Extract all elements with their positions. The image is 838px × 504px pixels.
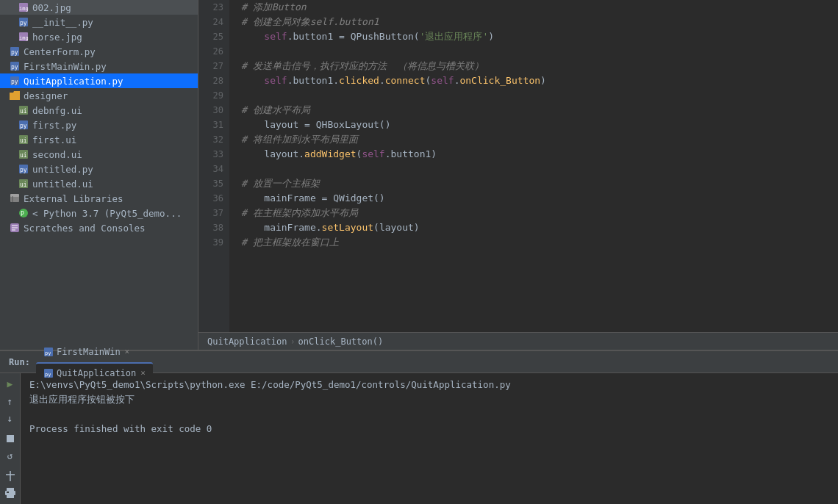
tree-item-label: first.py	[32, 120, 195, 131]
tree-item-untitledpy[interactable]: pyuntitled.py	[0, 162, 198, 176]
tree-item-extlibs[interactable]: External Libraries	[0, 191, 198, 206]
tree-item-002jpg[interactable]: img002.jpg	[0, 0, 198, 15]
tree-item-horsejpg[interactable]: imghorse.jpg	[0, 29, 198, 44]
svg-text:ui: ui	[20, 181, 27, 188]
code-line-25: self.button1 = QPushButton('退出应用程序')	[241, 29, 838, 44]
svg-text:py: py	[20, 167, 27, 173]
scratches-icon	[9, 222, 21, 234]
svg-text:py: py	[11, 79, 18, 85]
run-up-button[interactable]: ↑	[2, 393, 18, 408]
svg-text:ui: ui	[20, 137, 27, 144]
tree-item-label: External Libraries	[24, 193, 195, 204]
ui-icon: ui	[18, 148, 29, 160]
run-play-button[interactable]: ▶	[2, 376, 18, 392]
line-number-24: 24	[204, 15, 223, 29]
tab-label: FirstMainWin	[57, 347, 121, 357]
tree-item-label: FirstMainWin.py	[24, 61, 195, 72]
run-sidebar: ▶ ↑ ↓ ↺	[0, 373, 21, 504]
extlib-icon	[9, 192, 21, 204]
run-rerun-button[interactable]: ↺	[2, 448, 18, 464]
tree-item-label: debnfg.ui	[32, 105, 195, 116]
svg-text:py: py	[11, 49, 18, 56]
svg-rect-43	[7, 492, 9, 493]
tree-item-firstui[interactable]: uifirst.ui	[0, 132, 198, 147]
file-tree: img002.jpgpy__init__.pyimghorse.jpgpyCen…	[0, 0, 198, 350]
jpg-icon: img	[18, 1, 29, 13]
svg-rect-42	[7, 495, 14, 498]
tree-item-untitledui[interactable]: uiuntitled.ui	[0, 176, 198, 191]
tree-item-designer[interactable]: designer	[0, 88, 198, 103]
tree-item-label: QuitApplication.py	[24, 76, 195, 87]
tree-item-python37[interactable]: P< Python 3.7 (PyQt5_demo...	[0, 206, 198, 220]
py-icon: py	[9, 75, 21, 87]
run-panel: Run: pyFirstMainWin×pyQuitApplication× ▶…	[0, 350, 838, 504]
svg-text:ui: ui	[20, 152, 27, 159]
run-label: Run:	[3, 357, 36, 367]
tab-close[interactable]: ×	[125, 347, 130, 356]
tree-item-debnfgui[interactable]: uidebnfg.ui	[0, 103, 198, 118]
py-icon: py	[18, 119, 29, 131]
tree-item-label: Scratches and Consoles	[24, 223, 195, 234]
tree-item-firstmainwin[interactable]: pyFirstMainWin.py	[0, 59, 198, 73]
tree-item-label: untitled.py	[32, 164, 195, 175]
svg-rect-40	[7, 488, 14, 491]
code-line-23: # 添加Button	[241, 0, 838, 15]
svg-text:py: py	[20, 20, 27, 26]
tree-item-init_py[interactable]: py__init__.py	[0, 15, 198, 29]
svg-text:py: py	[11, 64, 18, 71]
run-cmd-line: E:\venvs\PyQt5_demo1\Scripts\python.exe …	[29, 378, 829, 392]
python-icon: P	[18, 207, 29, 219]
svg-text:img: img	[19, 6, 29, 12]
tree-item-label: untitled.ui	[32, 179, 195, 190]
ui-icon: ui	[18, 178, 29, 190]
code-line-36: mainFrame = QWidget()	[241, 191, 838, 206]
tree-item-label: first.ui	[32, 134, 195, 145]
line-number-38: 38	[204, 220, 223, 235]
run-pin-button[interactable]	[2, 468, 18, 483]
code-editor[interactable]: # 添加Button# 创建全局对象self.button1 self.butt…	[229, 0, 838, 332]
svg-text:py: py	[45, 350, 51, 356]
code-line-39: # 把主框架放在窗口上	[241, 235, 838, 250]
jpg-icon: img	[18, 31, 29, 43]
tree-item-secondui[interactable]: uisecond.ui	[0, 147, 198, 162]
tree-item-label: CenterForm.py	[24, 46, 195, 57]
run-tab-firstmainwin[interactable]: pyFirstMainWin×	[36, 342, 153, 362]
line-number-26: 26	[204, 44, 223, 59]
svg-text:P: P	[21, 211, 24, 217]
editor-area: 2324252627282930313233343536373839 # 添加B…	[198, 0, 838, 350]
code-line-26	[241, 44, 838, 59]
line-number-32: 32	[204, 132, 223, 147]
line-number-39: 39	[204, 235, 223, 250]
line-number-35: 35	[204, 176, 223, 191]
run-print-button[interactable]	[2, 486, 18, 501]
py-icon: py	[9, 46, 21, 57]
line-number-34: 34	[204, 162, 223, 176]
run-output: E:\venvs\PyQt5_demo1\Scripts\python.exe …	[21, 373, 838, 504]
line-number-36: 36	[204, 191, 223, 206]
tab-py-icon: py	[43, 347, 54, 357]
line-number-31: 31	[204, 118, 223, 132]
run-stop-button[interactable]	[2, 431, 18, 446]
code-line-34	[241, 162, 838, 176]
svg-text:ui: ui	[20, 108, 27, 115]
ui-icon: ui	[18, 104, 29, 116]
run-output-line2	[29, 407, 829, 422]
tree-item-label: second.ui	[32, 149, 195, 160]
py-icon: py	[9, 60, 21, 72]
tree-item-firstpy[interactable]: pyfirst.py	[0, 118, 198, 132]
tree-item-scratches[interactable]: Scratches and Consoles	[0, 220, 198, 235]
code-line-31: layout = QHBoxLayout()	[241, 118, 838, 132]
breadcrumb-separator: ›	[290, 336, 295, 347]
tree-item-centerform[interactable]: pyCenterForm.py	[0, 44, 198, 59]
run-down-button[interactable]: ↓	[2, 411, 18, 426]
tree-item-label: horse.jpg	[32, 32, 195, 43]
code-line-35: # 放置一个主框架	[241, 176, 838, 191]
run-output-line1: 退出应用程序按钮被按下	[29, 392, 829, 407]
line-number-30: 30	[204, 103, 223, 118]
folder-icon	[9, 90, 21, 101]
code-line-27: # 发送单击信号，执行对应的方法 （将信息与槽关联）	[241, 59, 838, 73]
tree-item-label: 002.jpg	[32, 2, 195, 13]
breadcrumb: QuitApplication › onClick_Button()	[198, 332, 838, 350]
code-line-33: layout.addWidget(self.button1)	[241, 147, 838, 162]
tree-item-quitapp[interactable]: pyQuitApplication.py	[0, 73, 198, 88]
